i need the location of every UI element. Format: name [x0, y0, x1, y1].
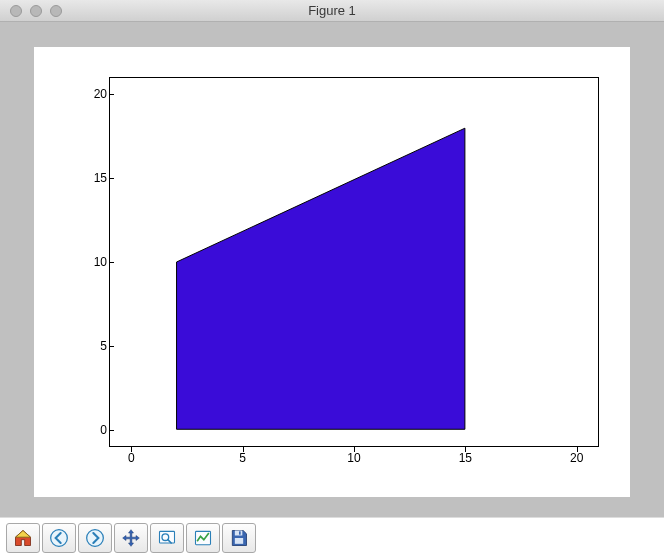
configure-subplots-button[interactable] [186, 523, 220, 553]
close-window-button[interactable] [10, 5, 22, 17]
svg-marker-0 [177, 128, 465, 429]
x-tick-label: 0 [128, 451, 135, 465]
window-title: Figure 1 [0, 3, 664, 18]
save-icon [229, 528, 249, 548]
minimize-window-button[interactable] [30, 5, 42, 17]
y-tick-label: 10 [94, 255, 107, 269]
move-icon [121, 528, 141, 548]
svg-point-2 [87, 529, 104, 546]
plot-container: 0510152005101520 [34, 47, 630, 497]
polygon-patch [110, 78, 598, 446]
svg-rect-7 [235, 530, 243, 535]
x-tick-label: 15 [459, 451, 472, 465]
toolbar [0, 517, 664, 557]
zoom-button[interactable] [150, 523, 184, 553]
forward-arrow-icon [85, 528, 105, 548]
x-tick-label: 5 [239, 451, 246, 465]
y-tick-label: 15 [94, 171, 107, 185]
forward-button[interactable] [78, 523, 112, 553]
x-tick-label: 20 [570, 451, 583, 465]
pan-button[interactable] [114, 523, 148, 553]
y-tick-label: 5 [100, 339, 107, 353]
y-tick-label: 0 [100, 423, 107, 437]
back-arrow-icon [49, 528, 69, 548]
subplots-icon [193, 528, 213, 548]
svg-rect-8 [239, 531, 241, 534]
y-tick-label: 20 [94, 87, 107, 101]
figure-canvas: 0510152005101520 [0, 22, 664, 517]
back-button[interactable] [42, 523, 76, 553]
titlebar: Figure 1 [0, 0, 664, 22]
zoom-rect-icon [157, 528, 177, 548]
svg-point-1 [51, 529, 68, 546]
home-icon [13, 528, 33, 548]
save-button[interactable] [222, 523, 256, 553]
svg-rect-9 [235, 538, 243, 544]
zoom-window-button[interactable] [50, 5, 62, 17]
axes[interactable] [109, 77, 599, 447]
x-tick-label: 10 [347, 451, 360, 465]
window-controls [0, 5, 62, 17]
home-button[interactable] [6, 523, 40, 553]
